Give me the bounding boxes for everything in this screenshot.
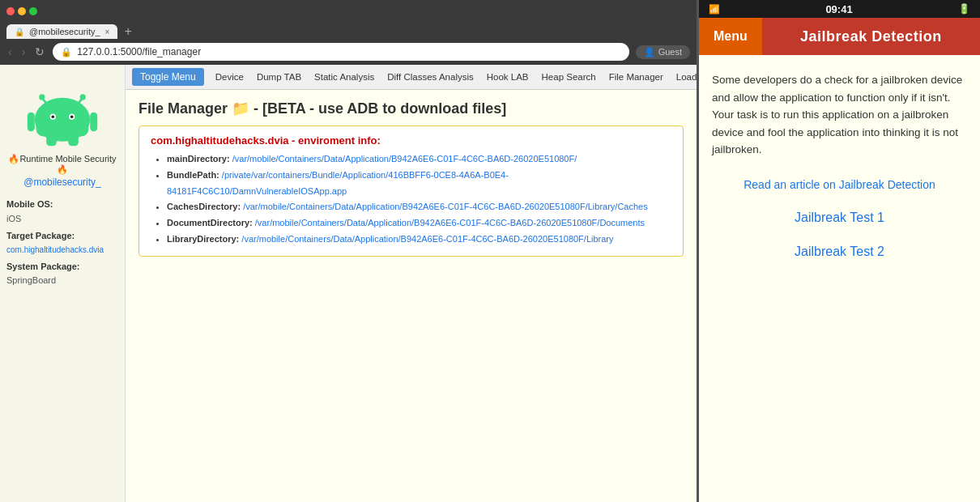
guest-button[interactable]: 👤 Guest (636, 45, 690, 59)
mobile-time: 09:41 (825, 3, 852, 15)
tab-label: @mobilesecurity_ (29, 27, 100, 36)
system-pkg-value: SpringBoard (6, 274, 118, 288)
secure-icon: 🔒 (61, 47, 72, 57)
env-list-item: CachesDirectory: /var/mobile/Containers/… (167, 199, 671, 215)
runtime-label: 🔥Runtime Mobile Security🔥 (6, 154, 118, 175)
env-val: /var/mobile/Containers/Data/Application/… (232, 154, 577, 164)
env-list-item: DocumentDirectory: /var/mobile/Container… (167, 215, 671, 232)
username-link[interactable]: @mobilesecurity_ (23, 177, 101, 188)
env-key: LibraryDirectory: (167, 234, 239, 244)
browser-content: 🔥Runtime Mobile Security🔥 @mobilesecurit… (0, 65, 697, 502)
close-window-button[interactable] (6, 7, 15, 15)
env-list-item: LibraryDirectory: /var/mobile/Containers… (167, 232, 671, 248)
jailbreak-test-2-button[interactable]: Jailbreak Test 2 (712, 245, 967, 259)
mobile-title-bar: Jailbreak Detection (762, 18, 980, 55)
mobile-os-value: iOS (6, 212, 118, 227)
battery-status: 🔋 (958, 3, 970, 15)
env-list-item: mainDirectory: /var/mobile/Containers/Da… (167, 151, 671, 168)
page-title: File Manager 📁 - [BETA - use ADB to down… (138, 100, 684, 117)
tab-file-manager[interactable]: File Manager (603, 69, 670, 85)
system-pkg-label: System Package: (6, 260, 118, 274)
tab-static-analysis[interactable]: Static Analysis (308, 69, 381, 85)
env-list: mainDirectory: /var/mobile/Containers/Da… (151, 151, 671, 248)
jailbreak-test-1-button[interactable]: Jailbreak Test 1 (712, 211, 967, 225)
tab-heap-search[interactable]: Heap Search (535, 69, 603, 85)
env-key: mainDirectory: (167, 154, 230, 164)
tab-diff-classes[interactable]: Diff Classes Analysis (381, 69, 480, 85)
traffic-lights (6, 7, 37, 15)
env-key: BundlePath: (167, 170, 219, 180)
svg-point-8 (39, 94, 45, 100)
svg-rect-13 (68, 134, 79, 146)
env-info-box: com.highaltitudehacks.dvia - enviroment … (138, 126, 684, 257)
wifi-status: 📶 (709, 4, 720, 15)
env-key: DocumentDirectory: (167, 218, 253, 228)
env-val: /var/mobile/Containers/Data/Application/… (243, 202, 648, 211)
fire-icon-right: 🔥 (57, 164, 68, 174)
mobile-title: Jailbreak Detection (800, 28, 942, 45)
tab-load-frida[interactable]: Load Frida Script (670, 69, 697, 85)
sidebar: 🔥Runtime Mobile Security🔥 @mobilesecurit… (0, 65, 126, 502)
guest-label: Guest (658, 47, 682, 57)
svg-point-4 (52, 115, 55, 118)
svg-rect-11 (90, 113, 97, 131)
tab-bar: 🔒 @mobilesecurity_ × + (0, 23, 697, 39)
person-icon: 👤 (644, 47, 655, 57)
tab-hook-lab[interactable]: Hook LAB (480, 69, 535, 85)
svg-point-9 (80, 94, 86, 100)
target-pkg-value: com.highaltitudehacks.dvia (6, 244, 118, 257)
env-key: CachesDirectory: (167, 202, 241, 211)
svg-rect-10 (28, 113, 35, 131)
battery-icon: 🔋 (958, 3, 970, 15)
tab-dump[interactable]: Dump TAB (250, 69, 308, 85)
env-val: /var/mobile/Containers/Data/Application/… (241, 234, 613, 244)
mobile-panel: 📶 09:41 🔋 Menu Jailbreak Detection Some … (697, 0, 980, 502)
jailbreak-description: Some developers do a check for a jailbro… (712, 71, 967, 159)
address-bar[interactable]: 🔒 127.0.0.1:5000/file_manager (53, 43, 628, 61)
url-text: 127.0.0.1:5000/file_manager (77, 46, 201, 57)
target-pkg-label: Target Package: (6, 229, 118, 244)
mobile-content: Some developers do a check for a jailbro… (699, 55, 980, 502)
new-tab-button[interactable]: + (121, 24, 134, 39)
forward-button[interactable]: › (20, 45, 28, 58)
mobile-menu-button[interactable]: Menu (699, 18, 762, 55)
maximize-window-button[interactable] (29, 7, 37, 15)
nav-tabs: Toggle Menu Device Dump TAB Static Analy… (126, 65, 697, 90)
tab-close-button[interactable]: × (105, 28, 110, 36)
tab-device[interactable]: Device (209, 69, 250, 85)
fire-icon-left: 🔥 (8, 154, 19, 164)
main-panel: Toggle Menu Device Dump TAB Static Analy… (126, 65, 697, 502)
sidebar-info: Mobile OS: iOS Target Package: com.higha… (6, 198, 118, 291)
env-val: /var/mobile/Containers/Data/Application/… (255, 218, 645, 228)
tab-favicon: 🔒 (15, 28, 24, 36)
browser-window: 🔒 @mobilesecurity_ × + ‹ › ↻ 🔒 127.0.0.1… (0, 0, 697, 502)
browser-tab-active[interactable]: 🔒 @mobilesecurity_ × (6, 24, 117, 39)
minimize-window-button[interactable] (18, 7, 26, 15)
svg-rect-1 (36, 111, 89, 137)
refresh-button[interactable]: ↻ (33, 45, 46, 58)
svg-point-5 (70, 115, 74, 118)
mobile-os-label: Mobile OS: (6, 198, 118, 212)
mobile-status-bar: 📶 09:41 🔋 (699, 0, 980, 18)
browser-chrome (0, 0, 697, 23)
env-header: com.highaltitudehacks.dvia - enviroment … (151, 134, 671, 147)
content-area: File Manager 📁 - [BETA - use ADB to down… (126, 90, 697, 502)
read-article-link[interactable]: Read an article on Jailbreak Detection (712, 178, 967, 191)
android-logo (26, 74, 99, 147)
toggle-menu-button[interactable]: Toggle Menu (132, 68, 204, 86)
back-button[interactable]: ‹ (6, 45, 14, 58)
env-list-item: BundlePath: /private/var/containers/Bund… (167, 168, 671, 200)
address-bar-row: ‹ › ↻ 🔒 127.0.0.1:5000/file_manager 👤 Gu… (0, 39, 697, 65)
mobile-nav-bar: Menu Jailbreak Detection (699, 18, 980, 55)
svg-rect-12 (46, 134, 57, 146)
